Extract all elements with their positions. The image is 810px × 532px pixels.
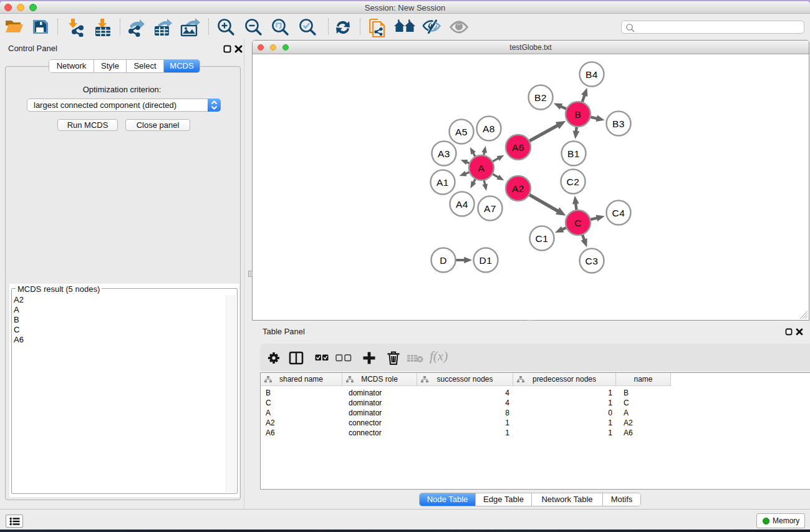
svg-text:A4: A4 [456,199,468,210]
svg-text:A7: A7 [484,203,496,214]
svg-text:A5: A5 [455,127,468,137]
svg-text:B: B [575,109,582,120]
svg-text:B2: B2 [534,92,547,103]
svg-text:A8: A8 [483,123,495,134]
svg-text:A6: A6 [512,142,524,153]
svg-text:C2: C2 [567,177,580,187]
svg-text:B3: B3 [612,118,625,129]
svg-text:C3: C3 [586,256,599,266]
svg-text:A2: A2 [512,183,524,194]
svg-text:D: D [440,255,447,266]
svg-text:A: A [478,163,485,173]
svg-text:B1: B1 [567,148,580,159]
svg-text:C: C [574,218,582,228]
svg-text:A1: A1 [436,177,449,188]
svg-text:C1: C1 [536,233,549,244]
svg-text:C4: C4 [612,208,625,218]
svg-text:A3: A3 [438,148,450,159]
svg-text:D1: D1 [480,255,493,266]
svg-text:B4: B4 [586,69,598,80]
